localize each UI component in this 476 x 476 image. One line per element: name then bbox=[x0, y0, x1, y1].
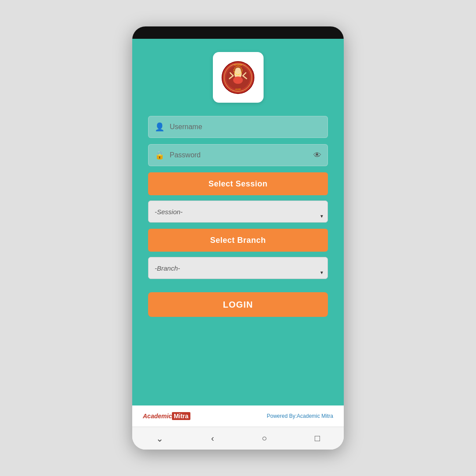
brand-mitra-text: Mitra bbox=[172, 412, 190, 420]
svg-text:वाराणसी: वाराणसी bbox=[235, 88, 241, 90]
session-dropdown-value: -Session- bbox=[155, 208, 321, 216]
brand-logo: AcademicMitra bbox=[143, 413, 190, 420]
user-icon: 👤 bbox=[155, 122, 164, 132]
svg-point-9 bbox=[235, 67, 241, 74]
session-dropdown[interactable]: -Session- ▼ bbox=[148, 201, 328, 223]
footer-bar: AcademicMitra Powered By:Academic Mitra bbox=[132, 405, 344, 427]
password-input[interactable] bbox=[170, 151, 313, 159]
logo-container: वाराणसी श्री बालिका bbox=[213, 52, 264, 103]
app-screen: वाराणसी श्री बालिका 👤 🔒 👁 Select Session… bbox=[132, 39, 344, 405]
svg-point-4 bbox=[233, 76, 243, 84]
dropdown-arrow-icon: ▼ bbox=[320, 214, 324, 219]
eye-icon[interactable]: 👁 bbox=[313, 151, 321, 160]
password-input-container: 🔒 👁 bbox=[148, 144, 328, 166]
branch-dropdown-value: -Branch- bbox=[155, 264, 321, 272]
phone-frame: वाराणसी श्री बालिका 👤 🔒 👁 Select Session… bbox=[132, 26, 344, 450]
powered-by-text: Powered By:Academic Mitra bbox=[267, 413, 333, 419]
status-bar bbox=[132, 26, 344, 39]
select-session-button[interactable]: Select Session bbox=[148, 172, 328, 195]
svg-text:श्री बालिका: श्री बालिका bbox=[234, 63, 242, 66]
lock-icon: 🔒 bbox=[155, 150, 164, 160]
nav-recents-icon[interactable]: □ bbox=[315, 433, 320, 443]
nav-chevron-down-icon[interactable]: ⌄ bbox=[156, 433, 164, 444]
brand-academic-text: Academic bbox=[143, 413, 172, 420]
select-branch-button[interactable]: Select Branch bbox=[148, 229, 328, 252]
dropdown-arrow-icon: ▼ bbox=[320, 270, 324, 275]
school-logo-icon: वाराणसी श्री बालिका bbox=[221, 61, 255, 94]
nav-bar: ⌄ ‹ ○ □ bbox=[132, 427, 344, 450]
nav-home-icon[interactable]: ○ bbox=[262, 433, 267, 443]
username-input[interactable] bbox=[170, 123, 321, 131]
username-input-container: 👤 bbox=[148, 116, 328, 138]
nav-back-icon[interactable]: ‹ bbox=[211, 433, 214, 443]
login-button[interactable]: LOGIN bbox=[148, 292, 328, 317]
branch-dropdown[interactable]: -Branch- ▼ bbox=[148, 257, 328, 279]
